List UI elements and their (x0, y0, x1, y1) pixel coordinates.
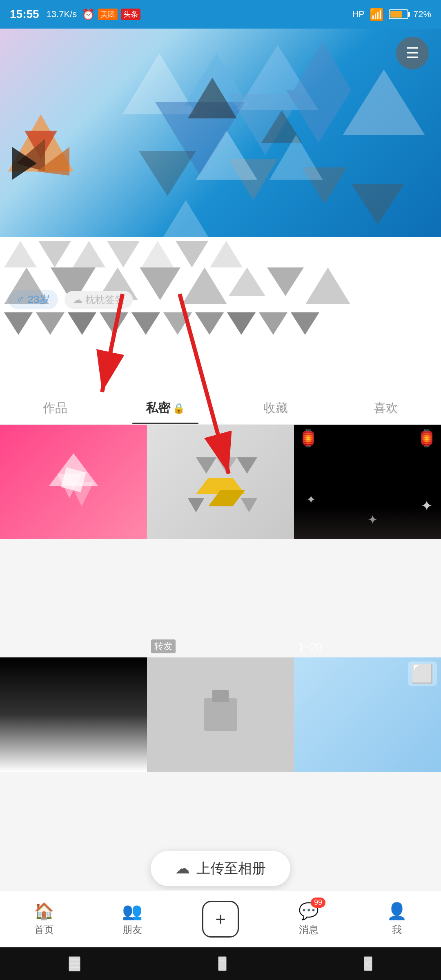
profile-geo-bg: ♂ 23岁 ☁ 枕枕签签 (0, 237, 441, 392)
grid-image-6: ⬜ (294, 657, 441, 772)
tab-works[interactable]: 作品 (0, 392, 110, 424)
battery-fill (390, 11, 402, 18)
status-time: 15:55 (10, 8, 39, 21)
lock-icon: 🔒 (173, 403, 185, 414)
gender-age-badge: ♂ 23岁 (8, 290, 58, 309)
nav-friends[interactable]: 👥 朋友 (88, 902, 176, 936)
nav-me-label: 我 (392, 923, 402, 936)
nav-home-label: 首页 (34, 923, 54, 936)
messages-icon: 💬 99 (298, 902, 319, 921)
nav-friends-label: 朋友 (122, 923, 142, 936)
me-icon: 👤 (387, 902, 407, 921)
hp-label: HP (352, 9, 365, 20)
nav-home[interactable]: 🏠 首页 (0, 902, 88, 936)
grid-image-1 (0, 425, 147, 539)
menu-button[interactable]: ☰ (396, 37, 429, 69)
profile-tags: ☁ 枕枕签签 (65, 291, 133, 309)
svg-marker-13 (196, 457, 216, 474)
sys-home-button[interactable]: □ (218, 956, 227, 971)
grid-item-6[interactable]: ⬜ (294, 657, 441, 890)
svg-rect-20 (204, 698, 237, 731)
nav-add[interactable]: + (176, 901, 265, 938)
grid-count-3: 1~20 (298, 641, 322, 653)
menu-icon: ☰ (406, 46, 419, 60)
status-icons: ⏰ 美团 头条 (82, 8, 140, 21)
svg-marker-14 (216, 457, 237, 474)
sys-menu-button[interactable]: ☰ (69, 956, 80, 971)
grid-image-3: 🏮 🏮 ✦ ✦ ✦ (294, 425, 441, 539)
nav-messages[interactable]: 💬 99 消息 (265, 902, 353, 936)
svg-marker-19 (241, 498, 257, 512)
svg-marker-15 (237, 457, 257, 474)
grid-item-2[interactable]: 转发 (147, 425, 294, 657)
grid-item-3[interactable]: 🏮 🏮 ✦ ✦ ✦ 1~20 (294, 425, 441, 657)
battery-percent: 72% (413, 9, 431, 20)
grid-label-2: 转发 (151, 639, 176, 653)
alarm-icon: ⏰ (82, 8, 95, 21)
add-icon: + (215, 909, 226, 929)
grid-image-4 (0, 657, 147, 772)
message-badge: 99 (311, 898, 325, 908)
upload-button[interactable]: ☁ 上传至相册 (151, 851, 290, 886)
nav-me[interactable]: 👤 我 (353, 902, 441, 936)
hero-banner (0, 0, 441, 237)
status-right-icons: HP 📶 72% (352, 8, 431, 21)
sys-back-button[interactable]: < (364, 956, 372, 971)
friends-icon: 👥 (122, 902, 143, 921)
grid-image-2 (147, 425, 294, 539)
add-button[interactable]: + (202, 901, 239, 938)
svg-rect-21 (212, 690, 229, 702)
tabs-row: 作品 私密 🔒 收藏 喜欢 (0, 392, 441, 425)
battery-bar (389, 9, 408, 19)
status-speed: 13.7K/s (47, 9, 77, 20)
svg-marker-18 (188, 498, 204, 512)
system-nav: ☰ □ < (0, 947, 441, 980)
tab-likes[interactable]: 喜欢 (331, 392, 441, 424)
content-grid: 转发 🏮 🏮 ✦ ✦ ✦ 1~20 ⬜ (0, 425, 441, 890)
upload-cloud-icon: ☁ (175, 860, 190, 877)
orange-geo-shape (0, 106, 82, 188)
nav-messages-label: 消息 (299, 923, 318, 936)
toutiao-badge: 头条 (121, 9, 140, 20)
upload-text: 上传至相册 (196, 859, 266, 878)
meituan-badge: 美团 (98, 9, 118, 20)
tab-private[interactable]: 私密 🔒 (110, 392, 220, 424)
grid-image-5 (147, 657, 294, 772)
status-bar: 15:55 13.7K/s ⏰ 美团 头条 HP 📶 72% (0, 0, 441, 29)
wifi-icon: 📶 (370, 8, 384, 21)
grid-item-4[interactable] (0, 657, 147, 890)
home-icon: 🏠 (34, 902, 54, 921)
tab-favorites[interactable]: 收藏 (220, 392, 331, 424)
bottom-nav: 🏠 首页 👥 朋友 + 💬 99 消息 👤 我 (0, 890, 441, 947)
gender-icon: ♂ (16, 293, 24, 306)
age-text: 23岁 (28, 292, 50, 307)
grid-item-1[interactable] (0, 425, 147, 657)
